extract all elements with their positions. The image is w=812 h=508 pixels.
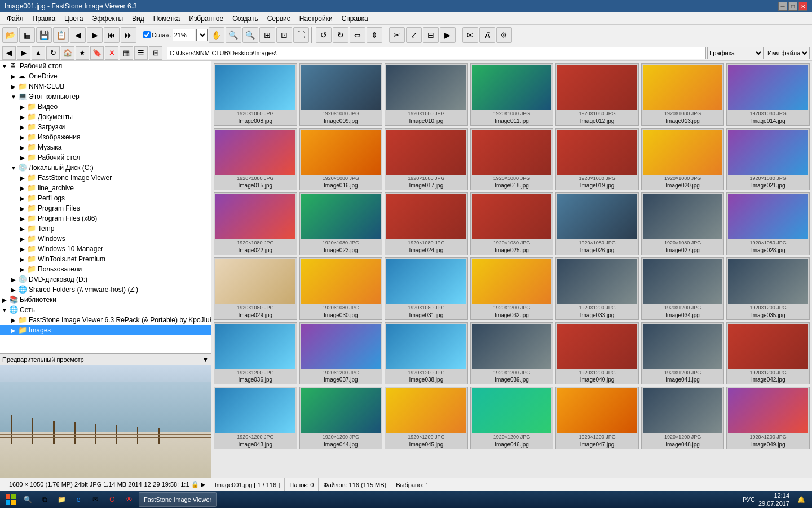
thumb-cell-28[interactable]: 1920×1200 JPGImage036.jpg (214, 322, 297, 385)
tree-item-progfiles86[interactable]: ▶📁Program Files (x86) (0, 213, 211, 224)
thumb-cell-19[interactable]: 1920×1080 JPGImage027.jpg (641, 192, 725, 255)
tree-expander-wintools[interactable]: ▶ (18, 256, 27, 262)
menu-file[interactable]: Файл (2, 14, 28, 24)
tb-print-btn[interactable]: 🖨 (479, 27, 495, 43)
sort-mode-select[interactable]: Имя файла Дата Размер (765, 47, 810, 59)
tree-item-windows[interactable]: ▶📁Windows (0, 234, 211, 244)
tb-crop-btn[interactable]: ✂ (389, 27, 405, 43)
tb-settings2-btn[interactable]: ⚙ (496, 27, 512, 43)
close-button[interactable]: ✕ (798, 2, 807, 11)
thumb-cell-7[interactable]: 1920×1080 JPGImage015.jpg (214, 128, 297, 191)
tree-item-users[interactable]: ▶📁Пользователи (0, 264, 211, 274)
tree-item-win10mgr[interactable]: ▶📁Windows 10 Manager (0, 244, 211, 254)
tree-item-wintools[interactable]: ▶📁WinTools.net Premium (0, 254, 211, 264)
tree-expander-nnm-club[interactable]: ▶ (9, 84, 18, 90)
thumb-cell-35[interactable]: 1920×1200 JPGImage043.jpg (214, 387, 297, 449)
tb-zoomin-btn[interactable]: 🔍 (226, 27, 241, 43)
tree-expander-video[interactable]: ▶ (18, 104, 27, 110)
tree-expander-dvd[interactable]: ▶ (9, 277, 18, 283)
thumb-cell-23[interactable]: 1920×1080 JPGImage031.jpg (385, 257, 468, 320)
thumb-cell-31[interactable]: 1920×1200 JPGImage039.jpg (470, 322, 554, 385)
nav-view1-btn[interactable]: ▦ (120, 46, 133, 60)
nav-home-btn[interactable]: 🏠 (61, 46, 74, 60)
thumb-cell-33[interactable]: 1920×1200 JPGImage041.jpg (641, 322, 725, 385)
tree-item-onedrive[interactable]: ▶☁OneDrive (0, 71, 211, 81)
tb-prev-btn[interactable]: ◀ (70, 27, 86, 43)
tb-save-btn[interactable]: 💾 (36, 27, 52, 43)
tb-open-btn[interactable]: 📂 (2, 27, 18, 43)
thumb-cell-30[interactable]: 1920×1200 JPGImage038.jpg (385, 322, 468, 385)
tb-fliph-btn[interactable]: ⇔ (350, 27, 365, 43)
minimize-button[interactable]: ─ (778, 2, 787, 11)
menu-edit[interactable]: Правка (28, 14, 60, 24)
thumb-cell-25[interactable]: 1920×1200 JPGImage033.jpg (555, 257, 639, 320)
thumb-cell-20[interactable]: 1920×1080 JPGImage028.jpg (726, 192, 810, 255)
tree-expander-thispc[interactable]: ▼ (9, 94, 18, 100)
tb-email-btn[interactable]: ✉ (462, 27, 478, 43)
thumb-cell-32[interactable]: 1920×1200 JPGImage040.jpg (555, 322, 639, 385)
nav-stop-btn[interactable]: ✕ (105, 46, 118, 60)
thumb-cell-22[interactable]: 1920×1080 JPGImage030.jpg (299, 257, 383, 320)
tb-first-btn[interactable]: ⏮ (104, 27, 120, 43)
tree-expander-fsiv[interactable]: ▶ (18, 175, 27, 181)
menu-view[interactable]: Вид (127, 14, 149, 24)
search-button[interactable]: 🔍 (19, 492, 36, 507)
tree-expander-images[interactable]: ▶ (18, 134, 27, 141)
tree-expander-users[interactable]: ▶ (18, 266, 27, 273)
view-mode-select[interactable]: Графика Все файлы (707, 47, 764, 59)
taskbar-active-app[interactable]: FastStone Image Viewer (139, 492, 217, 507)
menu-help[interactable]: Справка (337, 14, 373, 24)
tb-resize-btn[interactable]: ⤢ (406, 27, 422, 43)
tree-item-rdeskop[interactable]: ▶📁Рабочий стол (0, 152, 211, 163)
thumb-cell-38[interactable]: 1920×1200 JPGImage046.jpg (470, 387, 554, 449)
tree-item-localdisk[interactable]: ▼💿Локальный Диск (C:) (0, 163, 211, 173)
tree-expander-progfiles86[interactable]: ▶ (18, 216, 27, 222)
smooth-checkbox[interactable]: Сглаж. (143, 31, 171, 38)
tb-thumb-btn[interactable]: ▦ (19, 27, 35, 43)
start-button[interactable] (2, 492, 19, 507)
thumb-cell-4[interactable]: 1920×1080 JPGImage012.jpg (555, 63, 639, 126)
tree-item-imgfolder[interactable]: ▶📁Images (0, 325, 211, 335)
menu-mark[interactable]: Пометка (149, 14, 185, 24)
thumb-cell-21[interactable]: 1920×1080 JPGImage029.jpg (214, 257, 297, 320)
tree-expander-desktop[interactable]: ▼ (0, 63, 9, 69)
thumb-cell-18[interactable]: 1920×1080 JPGImage026.jpg (555, 192, 639, 255)
tree-item-progfiles[interactable]: ▶📁Program Files (0, 203, 211, 213)
nav-view2-btn[interactable]: ☰ (134, 46, 148, 60)
tb-flipv-btn[interactable]: ⇕ (367, 27, 382, 43)
task-view-button[interactable]: ⧉ (36, 492, 53, 507)
tree-expander-win10mgr[interactable]: ▶ (18, 246, 27, 252)
address-bar[interactable] (167, 47, 706, 59)
tree-item-fsiv[interactable]: ▶📁FastStone Image Viewer (0, 173, 211, 183)
tree-expander-onedrive[interactable]: ▶ (9, 73, 18, 80)
thumb-cell-17[interactable]: 1920×1080 JPGImage025.jpg (470, 192, 554, 255)
thumb-cell-27[interactable]: 1920×1200 JPGImage035.jpg (726, 257, 810, 320)
menu-service[interactable]: Сервис (263, 14, 295, 24)
nav-up-btn[interactable]: ▲ (32, 46, 45, 60)
tree-item-net[interactable]: ▼🌐Сеть (0, 305, 211, 315)
tree-item-music[interactable]: ▶📁Музыка (0, 142, 211, 152)
tree-item-video[interactable]: ▶📁Видео (0, 102, 211, 112)
tb-next-btn[interactable]: ▶ (87, 27, 103, 43)
tree-item-nnm-club[interactable]: ▶📁NNM-CLUB (0, 81, 211, 91)
thumb-cell-16[interactable]: 1920×1080 JPGImage024.jpg (385, 192, 468, 255)
tb-last-btn[interactable]: ⏭ (121, 27, 136, 43)
tree-expander-windows[interactable]: ▶ (18, 236, 27, 242)
thumb-cell-3[interactable]: 1920×1080 JPGImage011.jpg (470, 63, 554, 126)
tree-expander-shared[interactable]: ▶ (9, 287, 18, 293)
tree-expander-net[interactable]: ▼ (0, 307, 9, 313)
tree-item-fsiv_repack[interactable]: ▶📁FastStone Image Viewer 6.3 RePack (& P… (0, 315, 211, 325)
app-button[interactable]: 👁 (121, 492, 138, 507)
tree-expander-music[interactable]: ▶ (18, 144, 27, 151)
tree-item-line_archive[interactable]: ▶📁line_archive (0, 183, 211, 193)
thumb-cell-8[interactable]: 1920×1080 JPGImage016.jpg (299, 128, 383, 191)
menu-colors[interactable]: Цвета (60, 14, 87, 24)
tree-item-shared[interactable]: ▶🌐Shared Folders (\\ vmware-host) (Z:) (0, 284, 211, 295)
preview-collapse-btn[interactable]: ▼ (202, 356, 209, 363)
tree-item-desktop[interactable]: ▼🖥Рабочий стол (0, 61, 211, 71)
zoom-select[interactable] (196, 29, 208, 41)
thumb-cell-39[interactable]: 1920×1200 JPGImage047.jpg (555, 387, 639, 449)
tree-expander-rdeskop[interactable]: ▶ (18, 155, 27, 161)
nav-bookmark-btn[interactable]: 🔖 (90, 46, 104, 60)
tree-expander-perflogs[interactable]: ▶ (18, 195, 27, 202)
